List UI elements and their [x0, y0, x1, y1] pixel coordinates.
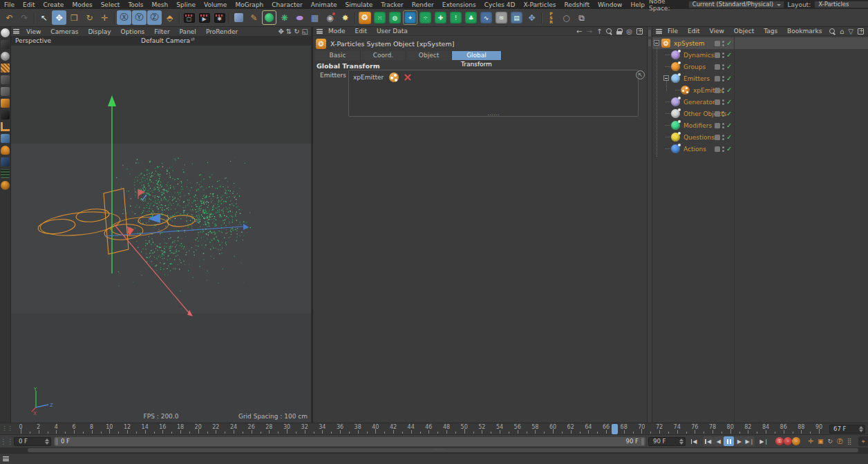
grid-snap-icon[interactable]: [1, 157, 10, 166]
object-row-questions[interactable]: Questions✓: [652, 131, 868, 143]
search-icon[interactable]: [829, 28, 836, 35]
layer-toggle-icon[interactable]: [715, 146, 720, 152]
snap-tool-icon[interactable]: [1, 134, 10, 143]
remove-emitter-icon[interactable]: [404, 74, 411, 81]
camera-label[interactable]: Default Camera: [141, 37, 190, 44]
projection-label[interactable]: Perspective: [15, 37, 51, 44]
light-menu[interactable]: ✸: [338, 10, 352, 25]
attribute-menu-mode[interactable]: Mode: [323, 28, 350, 35]
tab-object[interactable]: Object: [406, 51, 452, 60]
menu-extensions[interactable]: Extensions: [438, 1, 480, 8]
menu-spline[interactable]: Spline: [172, 1, 200, 8]
object-row-xpemitter[interactable]: xpEmitter✓: [652, 84, 868, 96]
timeline-ruler[interactable]: ⋮⋮ 0246810121416182022242628303234363840…: [0, 423, 868, 435]
node-space-select[interactable]: Current (Standard/Physical): [688, 1, 784, 8]
xp-generator-button[interactable]: ◍: [388, 10, 402, 25]
previous-frame-button[interactable]: ◀: [713, 436, 724, 446]
menu-volume[interactable]: Volume: [200, 1, 231, 8]
visibility-dots-icon[interactable]: [722, 41, 724, 46]
xp-move-button[interactable]: ✥: [525, 10, 539, 25]
texture-mode-icon[interactable]: [1, 40, 10, 49]
y-axis-lock-button[interactable]: Ⓨ: [132, 10, 147, 25]
layer-toggle-icon[interactable]: [715, 88, 720, 93]
menu-edit[interactable]: Edit: [19, 1, 39, 8]
horizontal-scroll-strip[interactable]: ⋯⋯: [0, 447, 868, 453]
enabled-check-icon[interactable]: ✓: [726, 122, 732, 129]
menu-render[interactable]: Render: [408, 1, 438, 8]
layer-toggle-icon[interactable]: [715, 123, 720, 128]
timeline-playhead[interactable]: [612, 424, 618, 434]
enabled-check-icon[interactable]: ✓: [726, 52, 732, 59]
key-pla-toggle[interactable]: ⣿: [845, 436, 854, 446]
z-axis-lock-button[interactable]: Ⓩ: [147, 10, 162, 25]
menu-tools[interactable]: Tools: [124, 1, 147, 8]
search-icon[interactable]: [606, 28, 612, 35]
menu-mograph[interactable]: MoGraph: [231, 1, 267, 8]
polygons-mode-icon[interactable]: [1, 99, 10, 108]
controls-grip[interactable]: ⋮⋮: [0, 438, 14, 445]
start-frame-spinner[interactable]: [45, 438, 49, 445]
key-scale-toggle[interactable]: ▣: [815, 436, 825, 446]
ring-tool-button[interactable]: ○: [559, 10, 574, 25]
parent-up-icon[interactable]: ↑: [596, 28, 602, 35]
visibility-dots-icon[interactable]: [722, 64, 724, 70]
panel-divider-strip[interactable]: [647, 27, 652, 423]
enabled-check-icon[interactable]: ✓: [726, 134, 732, 141]
menu-x-particles[interactable]: X-Particles: [519, 1, 560, 8]
viewport-rotate-icon[interactable]: ↻: [294, 28, 299, 35]
viewport-canvas[interactable]: Y Z X FPS : 200.0 Grid Spacing : 100 cm: [11, 46, 311, 423]
goto-end-button[interactable]: ▶❘: [759, 436, 769, 446]
edges-mode-icon[interactable]: [1, 87, 10, 96]
menu-character[interactable]: Character: [267, 1, 306, 8]
visibility-dots-icon[interactable]: [722, 99, 724, 105]
object-row-groups[interactable]: Groups✓: [652, 61, 868, 72]
layer-toggle-icon[interactable]: [715, 52, 720, 58]
end-frame-field[interactable]: 90 F: [648, 437, 686, 446]
preview-range-slider[interactable]: 0 F 90 F: [54, 437, 645, 446]
magnet-tool-icon[interactable]: [1, 146, 10, 155]
coordinate-system-button[interactable]: ⬘: [162, 10, 177, 25]
last-tool[interactable]: ✛: [97, 10, 112, 25]
primitive-cube-menu[interactable]: [232, 10, 246, 25]
viewport-menu-prorender[interactable]: ProRender: [201, 28, 243, 35]
live-selection-tool[interactable]: ↖: [37, 10, 51, 25]
visibility-dots-icon[interactable]: [722, 111, 724, 117]
enabled-check-icon[interactable]: ✓: [726, 87, 732, 94]
enabled-check-icon[interactable]: ✓: [726, 110, 732, 117]
visibility-dots-icon[interactable]: [722, 76, 724, 81]
model-dark-icon[interactable]: [1, 110, 10, 119]
viewport-menu-filter[interactable]: Filter: [149, 28, 174, 35]
status-menu-icon[interactable]: [3, 456, 9, 461]
visibility-dots-icon[interactable]: [722, 88, 724, 93]
object-menu-bookmarks[interactable]: Bookmarks: [782, 28, 827, 35]
move-tool[interactable]: ✥: [52, 10, 66, 25]
menu-modes[interactable]: Modes: [68, 1, 96, 8]
enabled-check-icon[interactable]: ✓: [726, 99, 732, 106]
menu-mesh[interactable]: Mesh: [148, 1, 173, 8]
undo-button[interactable]: ↶: [2, 10, 17, 25]
environment-menu[interactable]: ▦: [308, 10, 322, 25]
xp-data-button[interactable]: ▤: [509, 10, 524, 25]
attribute-menu-user-data[interactable]: User Data: [372, 28, 413, 35]
layout-select[interactable]: X-Particles: [814, 1, 868, 8]
expand-toggle-icon[interactable]: [654, 40, 659, 46]
viewport-dolly-icon[interactable]: ⇅: [286, 28, 292, 35]
object-row-xpsystem[interactable]: ❂xpSystem✓: [652, 37, 868, 49]
range-left-handle[interactable]: [55, 438, 58, 445]
menu-simulate[interactable]: Simulate: [341, 1, 377, 8]
render-picture-viewer-button[interactable]: ▶: [197, 10, 211, 25]
listbox-resize-handle[interactable]: ⋯⋯: [487, 113, 500, 117]
xp-material-button[interactable]: ≋: [494, 10, 509, 25]
orange-grid-icon[interactable]: [1, 64, 10, 72]
render-settings-button[interactable]: ✱: [212, 10, 227, 25]
viewport-maximize-icon[interactable]: ◱: [302, 28, 308, 35]
camera-swap-icon[interactable]: ⇄: [191, 37, 195, 42]
layer-toggle-icon[interactable]: [715, 99, 720, 105]
viewport-panel-menu-icon[interactable]: [13, 29, 19, 34]
menu-select[interactable]: Select: [97, 1, 124, 8]
enabled-check-icon[interactable]: ✓: [726, 75, 732, 82]
panel-layout-button[interactable]: ⧉: [574, 10, 589, 25]
xp-dynamics-button[interactable]: ✦: [403, 10, 417, 25]
object-menu-view[interactable]: View: [705, 28, 729, 35]
tab-basic[interactable]: Basic: [315, 51, 361, 60]
